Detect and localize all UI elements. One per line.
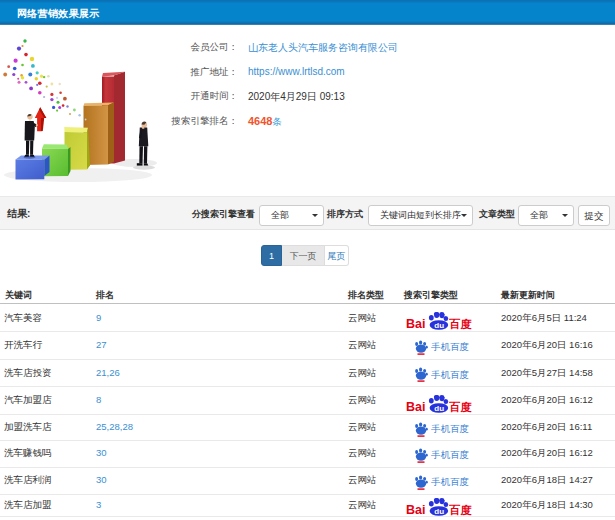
svg-text:百度: 百度	[448, 504, 472, 516]
svg-text:百度: 百度	[448, 319, 472, 331]
svg-text:du: du	[434, 321, 444, 330]
svg-text:Bai: Bai	[406, 400, 425, 414]
svg-text:Bai: Bai	[406, 503, 425, 517]
svg-text:du: du	[434, 507, 444, 516]
svg-text:Bai: Bai	[406, 317, 425, 331]
svg-text:百度: 百度	[448, 401, 472, 413]
svg-text:du: du	[434, 404, 444, 413]
